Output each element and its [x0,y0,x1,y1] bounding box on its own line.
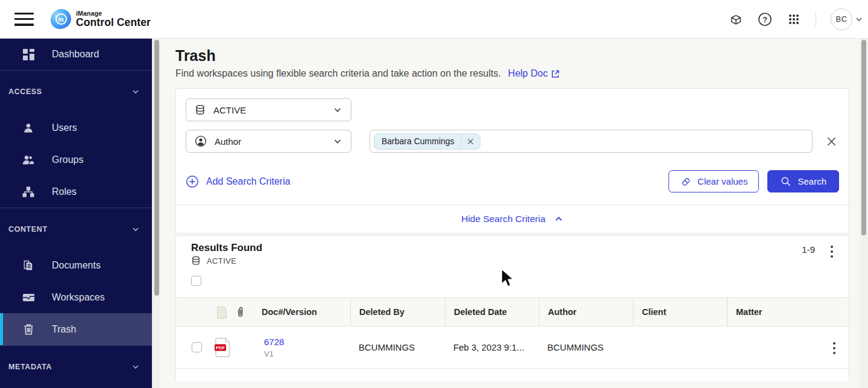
cell-deleted-by: BCUMMINGS [350,342,445,352]
help-doc-link[interactable]: Help Doc [508,68,560,79]
results-panel: Results Found ACTIVE 1-9 [175,235,849,381]
brand-logo: m iManage Control Center [51,9,151,29]
brand-name-main: Control Center [76,17,151,28]
search-button[interactable]: Search [767,170,839,192]
chevron-down-icon [131,363,140,371]
doc-number-link[interactable]: 6728 [264,337,284,347]
workspaces-icon [22,292,35,303]
trash-icon [22,323,35,336]
sidebar-section-metadata[interactable]: METADATA [0,359,152,375]
sidebar-item-label: Dashboard [52,49,99,60]
results-title: Results Found [191,241,262,254]
clear-values-button[interactable]: Clear values [668,170,759,192]
apps-grid-icon[interactable] [787,12,801,27]
results-scope-label: ACTIVE [207,256,236,266]
column-header-deleted-by[interactable]: Deleted By [350,298,445,326]
search-button-label: Search [797,176,826,186]
sidebar-item-label: Documents [52,260,101,271]
svg-text:PDF: PDF [216,345,225,350]
pdf-file-icon: PDF [215,337,231,358]
sidebar-item-workspaces[interactable]: Workspaces [0,281,152,313]
criteria-type-value: Author [215,136,241,147]
chevron-down-icon [855,15,863,24]
sidebar-item-label: Trash [52,324,76,335]
whats-new-icon[interactable] [729,12,743,27]
sidebar-divider [0,345,152,346]
column-header-doc-version[interactable]: Doc#/Version [262,307,317,317]
criteria-type-dropdown[interactable]: Author [186,130,351,153]
column-header-deleted-date[interactable]: Deleted Date [445,298,539,326]
author-icon [195,135,207,147]
sidebar-item-label: Roles [52,186,77,197]
sidebar-item-documents[interactable]: Documents [0,249,152,281]
scope-dropdown-value: ACTIVE [213,105,246,115]
hierarchy-icon [22,186,35,198]
hide-search-criteria-toggle[interactable]: Hide Search Criteria [176,205,849,233]
sidebar-item-trash[interactable]: Trash [0,313,152,345]
add-search-criteria-link[interactable]: Add Search Criteria [186,175,291,188]
main-scrollbar-thumb[interactable] [861,40,866,235]
chevron-down-icon [131,225,140,234]
sidebar-scrollbar[interactable] [152,39,160,388]
hide-search-criteria-label: Hide Search Criteria [461,214,546,224]
add-search-criteria-label: Add Search Criteria [206,176,291,187]
avatar[interactable]: BC [831,8,852,30]
help-doc-label: Help Doc [508,68,548,79]
sidebar-item-label: Users [52,122,77,133]
sidebar-section-access[interactable]: ACCESS [0,84,152,100]
results-range: 1-9 [802,244,815,255]
next-row-partial [176,369,849,381]
row-actions-menu-icon[interactable] [831,341,838,355]
sidebar-divider [0,70,152,71]
hamburger-menu-icon[interactable] [14,13,34,26]
chevron-down-icon [131,87,140,96]
clear-criteria-row-icon[interactable] [823,133,839,149]
documents-icon [22,259,35,272]
select-all-checkbox[interactable] [191,276,201,286]
column-header-client[interactable]: Client [633,298,727,326]
account-menu[interactable]: BC [831,8,863,30]
scope-dropdown[interactable]: ACTIVE [186,98,351,121]
row-checkbox[interactable] [192,342,202,352]
results-actions-menu-icon[interactable] [828,244,835,259]
column-header-author[interactable]: Author [539,298,633,326]
table-row[interactable]: PDF 6728 V1 BCUMMINGS Feb 3, 2023 9:1...… [176,326,849,369]
database-icon [195,104,206,115]
topbar-divider [816,12,816,27]
chip-remove-icon[interactable] [461,138,480,145]
search-icon [780,176,791,187]
top-bar: m iManage Control Center ? BC [0,0,868,39]
table-header: Doc#/Version Deleted By Deleted Date Aut… [176,297,849,326]
external-link-icon [551,69,560,78]
sidebar-item-groups[interactable]: Groups [0,144,152,176]
sidebar-item-users[interactable]: Users [0,112,152,144]
sidebar-section-content[interactable]: CONTENT [0,221,152,237]
chevron-up-icon [554,214,564,224]
sidebar: Dashboard ACCESS Users Groups [0,39,152,388]
sidebar-item-dashboard[interactable]: Dashboard [0,39,152,70]
attachment-column-icon [236,306,244,318]
main-scrollbar[interactable] [860,39,868,388]
search-criteria-panel: ACTIVE Author Barbara Cummings [175,88,849,234]
page-description: Find workspaces using flexible search cr… [175,68,501,79]
value-chip-label: Barbara Cummings [374,136,461,146]
users-group-icon [22,154,35,166]
criteria-value-input[interactable]: Barbara Cummings [370,130,813,153]
svg-text:?: ? [763,15,767,24]
cell-author: BCUMMINGS [539,342,633,352]
page-title: Trash [175,47,849,64]
brand-name-small: iManage [76,10,151,17]
eraser-icon [680,176,691,187]
help-icon[interactable]: ? [758,12,772,27]
dashboard-icon [22,49,35,60]
clear-values-label: Clear values [697,176,747,186]
imanage-logo-icon: m [51,9,71,29]
sidebar-divider [0,208,152,208]
sidebar-item-roles[interactable]: Roles [0,176,152,208]
sidebar-item-label: Workspaces [52,292,105,303]
section-label: METADATA [8,363,52,371]
plus-circle-icon [186,175,199,188]
sidebar-scrollbar-thumb[interactable] [154,40,159,296]
column-header-matter[interactable]: Matter [727,298,849,326]
section-label: CONTENT [8,225,48,234]
